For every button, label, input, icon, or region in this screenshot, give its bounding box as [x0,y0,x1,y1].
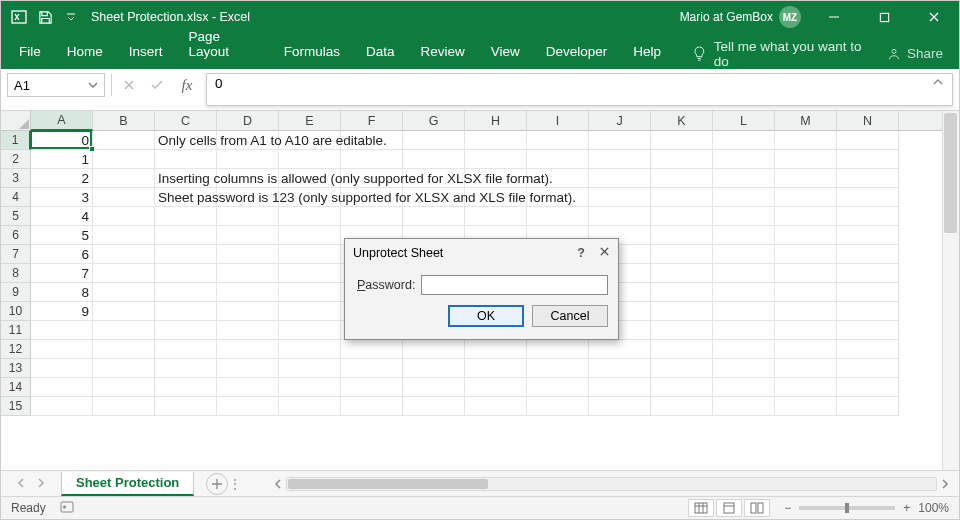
cell-E5[interactable] [279,207,341,226]
col-header-I[interactable]: I [527,111,589,131]
row-header-6[interactable]: 6 [1,226,31,245]
cell-G1[interactable] [403,131,465,150]
cell-C10[interactable] [155,302,217,321]
ok-button[interactable]: OK [448,305,524,327]
cell-I14[interactable] [527,378,589,397]
collapse-formula-bar-icon[interactable] [932,76,944,91]
cell-N15[interactable] [837,397,899,416]
col-header-K[interactable]: K [651,111,713,131]
normal-view-button[interactable] [688,499,714,517]
cell-L5[interactable] [713,207,775,226]
cell-N7[interactable] [837,245,899,264]
sheet-nav-prev[interactable] [15,474,27,493]
cell-M9[interactable] [775,283,837,302]
cell-J15[interactable] [589,397,651,416]
cell-A13[interactable] [31,359,93,378]
cell-H13[interactable] [465,359,527,378]
cell-K14[interactable] [651,378,713,397]
cell-F12[interactable] [341,340,403,359]
row-header-5[interactable]: 5 [1,207,31,226]
cell-D14[interactable] [217,378,279,397]
cell-G12[interactable] [403,340,465,359]
cell-M14[interactable] [775,378,837,397]
cell-K13[interactable] [651,359,713,378]
cell-D7[interactable] [217,245,279,264]
cell-D9[interactable] [217,283,279,302]
cell-K8[interactable] [651,264,713,283]
cell-J2[interactable] [589,150,651,169]
cell-B7[interactable] [93,245,155,264]
cell-G13[interactable] [403,359,465,378]
cell-A15[interactable] [31,397,93,416]
cell-B9[interactable] [93,283,155,302]
cell-L1[interactable] [713,131,775,150]
cell-D5[interactable] [217,207,279,226]
cell-L2[interactable] [713,150,775,169]
cell-E11[interactable] [279,321,341,340]
cell-A9[interactable]: 8 [31,283,93,302]
cell-M6[interactable] [775,226,837,245]
row-header-8[interactable]: 8 [1,264,31,283]
cell-E7[interactable] [279,245,341,264]
cell-E12[interactable] [279,340,341,359]
cell-L8[interactable] [713,264,775,283]
cell-M10[interactable] [775,302,837,321]
col-header-F[interactable]: F [341,111,403,131]
cell-A1[interactable]: 0 [31,131,93,150]
cell-F15[interactable] [341,397,403,416]
cell-E2[interactable] [279,150,341,169]
tab-file[interactable]: File [17,38,43,69]
col-header-N[interactable]: N [837,111,899,131]
cell-C14[interactable] [155,378,217,397]
cell-K12[interactable] [651,340,713,359]
cell-N4[interactable] [837,188,899,207]
cell-B12[interactable] [93,340,155,359]
cell-E10[interactable] [279,302,341,321]
cell-L13[interactable] [713,359,775,378]
col-header-H[interactable]: H [465,111,527,131]
cell-N14[interactable] [837,378,899,397]
cell-B5[interactable] [93,207,155,226]
cell-N9[interactable] [837,283,899,302]
cell-C7[interactable] [155,245,217,264]
row-header-4[interactable]: 4 [1,188,31,207]
cell-K10[interactable] [651,302,713,321]
cell-C6[interactable] [155,226,217,245]
formula-input[interactable]: 0 [206,73,953,106]
col-header-A[interactable]: A [31,111,93,131]
tab-insert[interactable]: Insert [127,38,165,69]
col-header-C[interactable]: C [155,111,217,131]
cell-F14[interactable] [341,378,403,397]
cell-H14[interactable] [465,378,527,397]
cell-L15[interactable] [713,397,775,416]
page-break-view-button[interactable] [744,499,770,517]
cell-N11[interactable] [837,321,899,340]
hscroll-thumb[interactable] [288,479,488,489]
row-header-11[interactable]: 11 [1,321,31,340]
cell-H5[interactable] [465,207,527,226]
col-header-B[interactable]: B [93,111,155,131]
cell-M8[interactable] [775,264,837,283]
cell-K9[interactable] [651,283,713,302]
row-header-1[interactable]: 1 [1,131,31,150]
cell-A11[interactable] [31,321,93,340]
cell-C11[interactable] [155,321,217,340]
cell-A14[interactable] [31,378,93,397]
col-header-D[interactable]: D [217,111,279,131]
tab-view[interactable]: View [489,38,522,69]
cell-N12[interactable] [837,340,899,359]
cell-F2[interactable] [341,150,403,169]
col-header-G[interactable]: G [403,111,465,131]
cell-E8[interactable] [279,264,341,283]
cell-M4[interactable] [775,188,837,207]
tab-review[interactable]: Review [418,38,466,69]
cell-C5[interactable] [155,207,217,226]
cell-A4[interactable]: 3 [31,188,93,207]
cell-N2[interactable] [837,150,899,169]
cell-A6[interactable]: 5 [31,226,93,245]
page-layout-view-button[interactable] [716,499,742,517]
tab-formulas[interactable]: Formulas [282,38,342,69]
cell-J14[interactable] [589,378,651,397]
account-button[interactable]: Mario at GemBox MZ [674,6,807,28]
dialog-close-button[interactable] [599,246,610,260]
